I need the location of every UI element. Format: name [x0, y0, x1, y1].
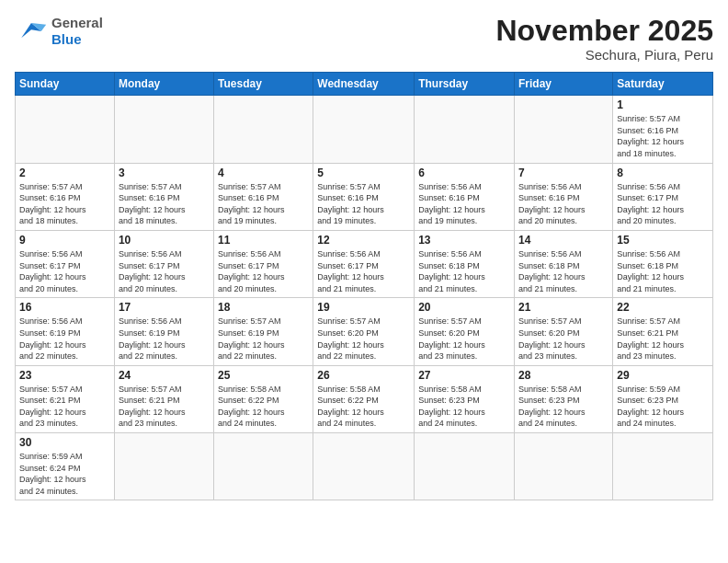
logo-icon — [15, 15, 48, 48]
day-info: Sunrise: 5:56 AM Sunset: 6:19 PM Dayligh… — [19, 316, 110, 362]
day-info: Sunrise: 5:56 AM Sunset: 6:18 PM Dayligh… — [518, 248, 609, 294]
table-row: 21Sunrise: 5:57 AM Sunset: 6:20 PM Dayli… — [515, 298, 613, 365]
table-row — [214, 433, 313, 500]
day-info: Sunrise: 5:56 AM Sunset: 6:16 PM Dayligh… — [518, 181, 609, 227]
day-info: Sunrise: 5:57 AM Sunset: 6:16 PM Dayligh… — [617, 113, 709, 159]
day-number: 3 — [119, 167, 210, 179]
header-tuesday: Tuesday — [214, 73, 313, 96]
day-info: Sunrise: 5:57 AM Sunset: 6:20 PM Dayligh… — [518, 316, 609, 362]
day-number: 22 — [617, 301, 709, 314]
day-number: 5 — [317, 167, 410, 179]
table-row — [114, 433, 213, 500]
day-info: Sunrise: 5:57 AM Sunset: 6:21 PM Dayligh… — [19, 384, 110, 430]
table-row: 8Sunrise: 5:56 AM Sunset: 6:17 PM Daylig… — [613, 163, 713, 230]
day-number: 4 — [218, 167, 309, 179]
table-row — [214, 96, 313, 163]
table-row: 9Sunrise: 5:56 AM Sunset: 6:17 PM Daylig… — [16, 230, 115, 297]
day-info: Sunrise: 5:57 AM Sunset: 6:16 PM Dayligh… — [119, 181, 210, 227]
day-number: 27 — [418, 369, 510, 382]
table-row: 28Sunrise: 5:58 AM Sunset: 6:23 PM Dayli… — [515, 365, 613, 432]
day-number: 20 — [418, 301, 510, 314]
calendar-header-row: Sunday Monday Tuesday Wednesday Thursday… — [16, 73, 713, 96]
day-info: Sunrise: 5:56 AM Sunset: 6:17 PM Dayligh… — [19, 248, 110, 294]
table-row: 19Sunrise: 5:57 AM Sunset: 6:20 PM Dayli… — [313, 298, 415, 365]
day-info: Sunrise: 5:57 AM Sunset: 6:19 PM Dayligh… — [218, 316, 309, 362]
day-number: 21 — [518, 301, 609, 314]
day-number: 17 — [119, 301, 210, 314]
table-row: 4Sunrise: 5:57 AM Sunset: 6:16 PM Daylig… — [214, 163, 313, 230]
table-row: 3Sunrise: 5:57 AM Sunset: 6:16 PM Daylig… — [114, 163, 213, 230]
table-row: 22Sunrise: 5:57 AM Sunset: 6:21 PM Dayli… — [613, 298, 713, 365]
day-info: Sunrise: 5:59 AM Sunset: 6:23 PM Dayligh… — [617, 384, 709, 430]
day-number: 25 — [218, 369, 309, 382]
day-number: 8 — [617, 167, 709, 179]
header-sunday: Sunday — [16, 73, 115, 96]
day-info: Sunrise: 5:56 AM Sunset: 6:19 PM Dayligh… — [119, 316, 210, 362]
day-info: Sunrise: 5:59 AM Sunset: 6:24 PM Dayligh… — [19, 451, 110, 497]
logo-text: General Blue — [51, 15, 103, 48]
calendar-title: November 2025 — [495, 15, 713, 47]
page: General Blue November 2025 Sechura, Piur… — [0, 0, 728, 563]
table-row: 30Sunrise: 5:59 AM Sunset: 6:24 PM Dayli… — [16, 433, 115, 500]
table-row — [415, 433, 515, 500]
day-info: Sunrise: 5:56 AM Sunset: 6:17 PM Dayligh… — [617, 181, 709, 227]
day-info: Sunrise: 5:57 AM Sunset: 6:16 PM Dayligh… — [218, 181, 309, 227]
day-info: Sunrise: 5:57 AM Sunset: 6:20 PM Dayligh… — [317, 316, 410, 362]
table-row: 1Sunrise: 5:57 AM Sunset: 6:16 PM Daylig… — [613, 96, 713, 163]
table-row — [415, 96, 515, 163]
day-info: Sunrise: 5:58 AM Sunset: 6:23 PM Dayligh… — [518, 384, 609, 430]
day-number: 23 — [19, 369, 110, 382]
table-row: 23Sunrise: 5:57 AM Sunset: 6:21 PM Dayli… — [16, 365, 115, 432]
table-row: 27Sunrise: 5:58 AM Sunset: 6:23 PM Dayli… — [415, 365, 515, 432]
table-row: 13Sunrise: 5:56 AM Sunset: 6:18 PM Dayli… — [415, 230, 515, 297]
table-row — [114, 96, 213, 163]
day-info: Sunrise: 5:58 AM Sunset: 6:22 PM Dayligh… — [317, 384, 410, 430]
day-number: 19 — [317, 301, 410, 314]
table-row: 7Sunrise: 5:56 AM Sunset: 6:16 PM Daylig… — [515, 163, 613, 230]
day-info: Sunrise: 5:57 AM Sunset: 6:21 PM Dayligh… — [617, 316, 709, 362]
day-number: 14 — [518, 234, 609, 247]
header-saturday: Saturday — [613, 73, 713, 96]
day-number: 11 — [218, 234, 309, 247]
day-number: 7 — [518, 167, 609, 179]
table-row — [313, 433, 415, 500]
table-row — [313, 96, 415, 163]
table-row: 17Sunrise: 5:56 AM Sunset: 6:19 PM Dayli… — [114, 298, 213, 365]
day-info: Sunrise: 5:57 AM Sunset: 6:20 PM Dayligh… — [418, 316, 510, 362]
day-number: 6 — [418, 167, 510, 179]
day-number: 26 — [317, 369, 410, 382]
day-info: Sunrise: 5:56 AM Sunset: 6:18 PM Dayligh… — [418, 248, 510, 294]
table-row — [515, 433, 613, 500]
calendar-subtitle: Sechura, Piura, Peru — [495, 47, 713, 63]
day-number: 30 — [19, 436, 110, 449]
day-number: 2 — [19, 167, 110, 179]
table-row: 26Sunrise: 5:58 AM Sunset: 6:22 PM Dayli… — [313, 365, 415, 432]
day-number: 10 — [119, 234, 210, 247]
table-row: 16Sunrise: 5:56 AM Sunset: 6:19 PM Dayli… — [16, 298, 115, 365]
table-row: 20Sunrise: 5:57 AM Sunset: 6:20 PM Dayli… — [415, 298, 515, 365]
table-row: 29Sunrise: 5:59 AM Sunset: 6:23 PM Dayli… — [613, 365, 713, 432]
header-friday: Friday — [515, 73, 613, 96]
table-row: 10Sunrise: 5:56 AM Sunset: 6:17 PM Dayli… — [114, 230, 213, 297]
table-row: 24Sunrise: 5:57 AM Sunset: 6:21 PM Dayli… — [114, 365, 213, 432]
calendar-table: Sunday Monday Tuesday Wednesday Thursday… — [15, 72, 713, 500]
header-monday: Monday — [114, 73, 213, 96]
day-number: 1 — [617, 98, 709, 111]
table-row: 25Sunrise: 5:58 AM Sunset: 6:22 PM Dayli… — [214, 365, 313, 432]
day-number: 18 — [218, 301, 309, 314]
table-row: 5Sunrise: 5:57 AM Sunset: 6:16 PM Daylig… — [313, 163, 415, 230]
day-number: 29 — [617, 369, 709, 382]
table-row: 14Sunrise: 5:56 AM Sunset: 6:18 PM Dayli… — [515, 230, 613, 297]
day-info: Sunrise: 5:57 AM Sunset: 6:16 PM Dayligh… — [19, 181, 110, 227]
header-thursday: Thursday — [415, 73, 515, 96]
table-row: 11Sunrise: 5:56 AM Sunset: 6:17 PM Dayli… — [214, 230, 313, 297]
day-number: 15 — [617, 234, 709, 247]
day-number: 28 — [518, 369, 609, 382]
day-info: Sunrise: 5:58 AM Sunset: 6:22 PM Dayligh… — [218, 384, 309, 430]
table-row: 6Sunrise: 5:56 AM Sunset: 6:16 PM Daylig… — [415, 163, 515, 230]
day-info: Sunrise: 5:56 AM Sunset: 6:17 PM Dayligh… — [317, 248, 410, 294]
table-row — [613, 433, 713, 500]
day-info: Sunrise: 5:57 AM Sunset: 6:21 PM Dayligh… — [119, 384, 210, 430]
day-info: Sunrise: 5:56 AM Sunset: 6:17 PM Dayligh… — [119, 248, 210, 294]
day-info: Sunrise: 5:56 AM Sunset: 6:18 PM Dayligh… — [617, 248, 709, 294]
